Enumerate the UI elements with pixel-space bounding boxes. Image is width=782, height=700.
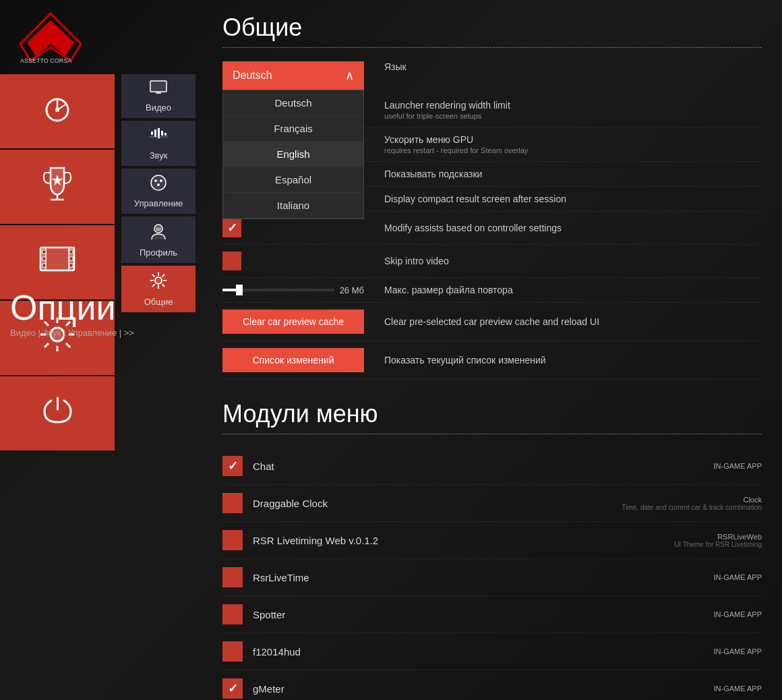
svg-rect-15 — [42, 250, 46, 254]
breadcrumb: Видео | Звук | Управление | >> — [10, 328, 134, 338]
nav-tile-power[interactable] — [0, 376, 115, 450]
changelog-control: Список изменений — [222, 348, 364, 372]
module-tag-sub-clock: Time, date and current car & track combi… — [622, 504, 762, 511]
module-checkbox-spotter[interactable] — [222, 604, 243, 624]
module-name-spotter: Spotter — [253, 609, 713, 620]
trophy-icon — [40, 165, 74, 209]
module-row-chat: Chat IN-GAME APP — [222, 448, 762, 485]
replay-size-label: Макс. размер файла повтора — [384, 285, 762, 295]
module-tag-title-f12014hud: IN-GAME APP — [713, 647, 762, 655]
module-checkbox-rsr-live[interactable] — [222, 567, 243, 587]
module-tag-title-rsr-web: RSRLiveWeb — [674, 533, 762, 541]
module-row-clock: Draggable Clock Clock Time, date and cur… — [222, 485, 762, 522]
modify-assists-control — [222, 218, 364, 237]
module-tag-gmeter: IN-GAME APP — [713, 684, 762, 693]
language-label: Язык — [384, 61, 762, 72]
language-row: Deutsch ∧ Deutsch Français English Españ… — [222, 61, 762, 90]
language-option-espanol[interactable]: Español — [223, 167, 363, 193]
module-tag-sub-rsr-web: UI Theme for RSR Livetiming — [674, 541, 762, 548]
replay-slider-track[interactable] — [222, 289, 334, 291]
module-checkbox-clock[interactable] — [222, 493, 243, 513]
module-tag-spotter: IN-GAME APP — [713, 610, 762, 618]
module-name-chat: Chat — [253, 461, 713, 472]
changelog-button[interactable]: Список изменений — [222, 348, 364, 372]
clear-cache-label: Clear pre-selected car preview cache and… — [384, 316, 762, 327]
power-icon — [39, 391, 76, 436]
drive-icon — [37, 91, 78, 132]
compact-result-label: Display compact result screen after sess… — [384, 194, 762, 204]
modify-assists-checkbox[interactable] — [222, 218, 241, 237]
module-checkbox-rsr-web[interactable] — [222, 530, 243, 550]
module-tag-chat: IN-GAME APP — [713, 462, 762, 470]
film-icon — [37, 242, 78, 283]
main-content: Общие Deutsch ∧ Deutsch Français English… — [202, 0, 782, 700]
nav-tile-drive[interactable] — [0, 74, 115, 148]
language-option-english[interactable]: English — [223, 142, 363, 167]
module-name-f12014hud: f12014hud — [253, 646, 713, 658]
setting-changelog: Список изменений Показать текущий список… — [222, 341, 762, 380]
svg-rect-18 — [69, 250, 73, 254]
options-title: Опции — [10, 290, 134, 325]
module-tag-title-spotter: IN-GAME APP — [713, 610, 762, 618]
language-selected-value: Deutsch — [233, 69, 272, 82]
nav-tile-events[interactable] — [0, 150, 115, 224]
module-tag-clock: Clock Time, date and current car & track… — [622, 496, 762, 511]
module-tag-rsr-live: IN-GAME APP — [713, 573, 762, 581]
module-tag-rsr-web: RSRLiveWeb UI Theme for RSR Livetiming — [674, 533, 762, 548]
module-checkbox-gmeter[interactable] — [222, 678, 243, 699]
module-tag-title-chat: IN-GAME APP — [713, 462, 762, 470]
module-checkbox-chat[interactable] — [222, 456, 243, 476]
language-dropdown-selected[interactable]: Deutsch ∧ — [222, 61, 364, 90]
module-row-rsr-live: RsrLiveTime IN-GAME APP — [222, 559, 762, 596]
clear-cache-control: Clear car preview cache — [222, 310, 364, 334]
module-checkbox-f12014hud[interactable] — [222, 641, 243, 662]
module-tag-title-clock: Clock — [622, 496, 762, 504]
modules-list: Chat IN-GAME APP Draggable Clock Clock T… — [222, 448, 762, 700]
replay-slider-thumb — [236, 285, 243, 295]
skip-intro-label: Skip intro video — [384, 256, 762, 266]
launcher-width-label: Launcher rendering width limit useful fo… — [384, 100, 762, 120]
language-dropdown[interactable]: Deutsch ∧ Deutsch Français English Españ… — [222, 61, 364, 90]
setting-clear-cache: Clear car preview cache Clear pre-select… — [222, 303, 762, 341]
svg-text:ASSETTO CORSA: ASSETTO CORSA — [20, 57, 71, 64]
dropdown-arrow-icon: ∧ — [345, 68, 354, 83]
logo: ASSETTO CORSA — [13, 10, 88, 64]
language-label-text: Язык — [384, 61, 407, 72]
language-option-deutsch[interactable]: Deutsch — [223, 90, 363, 116]
language-options: Deutsch Français English Español Italian… — [222, 90, 364, 219]
module-row-gmeter: gMeter IN-GAME APP — [222, 670, 762, 700]
options-label: Опции Видео | Звук | Управление | >> — [10, 290, 134, 338]
module-tag-title-rsr-live: IN-GAME APP — [713, 573, 762, 581]
module-name-rsr-web: RSR Livetiming Web v.0.1.2 — [253, 535, 674, 546]
module-name-clock: Draggable Clock — [253, 498, 622, 509]
svg-rect-19 — [69, 257, 73, 260]
changelog-label: Показать текущий список изменений — [384, 355, 762, 366]
sidebar: ASSETTO CORSA — [0, 0, 196, 700]
skip-intro-checkbox[interactable] — [222, 252, 241, 270]
svg-marker-1 — [27, 20, 74, 56]
module-name-gmeter: gMeter — [253, 683, 713, 695]
clear-cache-button[interactable]: Clear car preview cache — [222, 310, 364, 334]
setting-skip-intro: Skip intro video — [222, 245, 762, 278]
general-divider — [222, 47, 762, 48]
svg-rect-17 — [42, 264, 46, 267]
modify-assists-label: Modify assists based on controller setti… — [384, 223, 762, 233]
hints-label: Показывать подсказки — [384, 169, 762, 179]
svg-rect-16 — [42, 257, 46, 260]
setting-replay-size: 26 Мб Макс. размер файла повтора — [222, 278, 762, 303]
general-section-title: Общие — [222, 13, 762, 42]
module-tag-title-gmeter: IN-GAME APP — [713, 684, 762, 693]
module-row-rsr-web: RSR Livetiming Web v.0.1.2 RSRLiveWeb UI… — [222, 522, 762, 559]
gpu-menu-sublabel: requires restart - required for Steam ov… — [384, 146, 762, 154]
svg-point-6 — [55, 108, 59, 112]
svg-line-29 — [44, 343, 49, 347]
launcher-width-sublabel: useful for triple-screen setups — [384, 112, 762, 120]
language-option-francais[interactable]: Français — [223, 116, 363, 142]
replay-size-control: 26 Мб — [222, 285, 364, 295]
svg-rect-20 — [69, 264, 73, 267]
language-option-italiano[interactable]: Italiano — [223, 193, 363, 218]
modules-section-title: Модули меню — [222, 400, 762, 428]
gpu-menu-label: Ускорить меню GPU requires restart - req… — [384, 134, 762, 154]
modules-section: Модули меню Chat IN-GAME APP Draggable C… — [222, 400, 762, 700]
replay-slider-row: 26 Мб — [222, 285, 364, 295]
